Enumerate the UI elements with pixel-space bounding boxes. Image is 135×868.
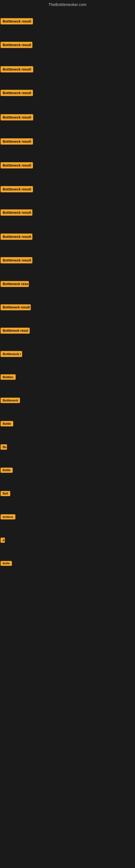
bottleneck-badge-6[interactable]: Bottleneck result — [1, 138, 33, 145]
bottleneck-badge-2[interactable]: Bottleneck result — [1, 42, 32, 48]
result-row-4: Bottleneck result — [1, 90, 33, 97]
bottleneck-badge-17[interactable]: Bottleneck — [1, 398, 20, 403]
result-row-2: Bottleneck result — [1, 42, 32, 49]
result-row-1: Bottleneck result — [1, 18, 33, 26]
result-row-9: Bottleneck result — [1, 209, 32, 217]
bottleneck-badge-7[interactable]: Bottleneck result — [1, 162, 33, 168]
bottleneck-badge-20[interactable]: Bottle — [1, 468, 13, 473]
bottleneck-badge-15[interactable]: Bottleneck r — [1, 351, 22, 357]
bottleneck-badge-3[interactable]: Bottleneck result — [1, 66, 33, 72]
bottleneck-badge-12[interactable]: Bottleneck resu — [1, 281, 29, 287]
result-row-19: Bo — [1, 444, 7, 451]
bottleneck-badge-23[interactable]: B — [1, 538, 5, 543]
bottleneck-badge-1[interactable]: Bottleneck result — [1, 18, 33, 24]
result-row-14: Bottleneck resul — [1, 328, 30, 335]
bottleneck-badge-19[interactable]: Bo — [1, 444, 7, 450]
bottleneck-badge-13[interactable]: Bottleneck result — [1, 304, 31, 310]
result-row-20: Bottle — [1, 468, 13, 474]
result-row-23: B — [1, 538, 5, 544]
site-title-bar: TheBottlenecker.com — [0, 0, 135, 8]
results-container: Bottleneck resultBottleneck resultBottle… — [0, 8, 135, 849]
result-row-21: Bott — [1, 491, 10, 497]
result-row-15: Bottleneck r — [1, 351, 22, 358]
result-row-18: Bottle — [1, 421, 13, 428]
result-row-24: Bottle — [1, 561, 12, 567]
site-title: TheBottlenecker.com — [48, 0, 86, 8]
result-row-22: Bottlene — [1, 514, 15, 521]
bottleneck-badge-11[interactable]: Bottleneck result — [1, 257, 32, 264]
bottleneck-badge-10[interactable]: Bottleneck result — [1, 234, 32, 240]
result-row-8: Bottleneck result — [1, 186, 33, 193]
result-row-12: Bottleneck resu — [1, 281, 29, 288]
result-row-16: Bottlen — [1, 374, 16, 381]
result-row-3: Bottleneck result — [1, 66, 33, 73]
result-row-10: Bottleneck result — [1, 234, 32, 241]
bottleneck-badge-8[interactable]: Bottleneck result — [1, 186, 33, 192]
result-row-13: Bottleneck result — [1, 304, 31, 311]
bottleneck-badge-22[interactable]: Bottlene — [1, 514, 15, 520]
result-row-11: Bottleneck result — [1, 257, 32, 265]
bottleneck-badge-9[interactable]: Bottleneck result — [1, 209, 32, 216]
result-row-7: Bottleneck result — [1, 162, 33, 169]
bottleneck-badge-21[interactable]: Bott — [1, 491, 10, 496]
bottleneck-badge-24[interactable]: Bottle — [1, 561, 12, 566]
bottleneck-badge-18[interactable]: Bottle — [1, 421, 13, 426]
bottleneck-badge-14[interactable]: Bottleneck resul — [1, 328, 30, 334]
result-row-5: Bottleneck result — [1, 114, 33, 122]
bottleneck-badge-16[interactable]: Bottlen — [1, 374, 16, 380]
bottleneck-badge-4[interactable]: Bottleneck result — [1, 90, 33, 96]
result-row-6: Bottleneck result — [1, 138, 33, 146]
result-row-17: Bottleneck — [1, 398, 20, 404]
bottleneck-badge-5[interactable]: Bottleneck result — [1, 114, 33, 120]
